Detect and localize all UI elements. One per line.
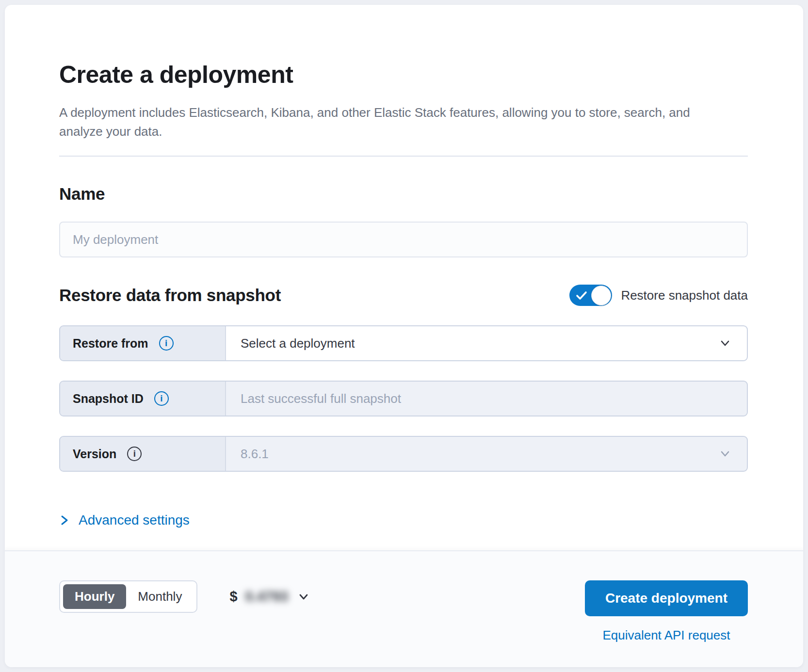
- version-row: Version i 8.6.1: [59, 436, 748, 472]
- restore-from-label-cell: Restore from i: [60, 326, 225, 360]
- submit-cluster: Create deployment Equivalent API request: [585, 580, 748, 643]
- restore-from-select[interactable]: Select a deployment: [225, 326, 747, 360]
- chevron-down-icon: [718, 336, 732, 351]
- monthly-button[interactable]: Monthly: [126, 584, 194, 609]
- snapshot-id-row: Snapshot ID i Last successful full snaps…: [59, 381, 748, 416]
- restore-section-heading: Restore data from snapshot: [59, 285, 281, 305]
- deployment-name-input[interactable]: [59, 222, 748, 257]
- price-currency: $: [229, 589, 237, 605]
- toggle-knob: [591, 286, 611, 305]
- snapshot-id-label-cell: Snapshot ID i: [60, 382, 225, 416]
- info-icon[interactable]: i: [127, 447, 142, 461]
- create-deployment-panel: Create a deployment A deployment include…: [5, 5, 803, 667]
- page-subtitle: A deployment includes Elasticsearch, Kib…: [59, 103, 699, 141]
- version-label: Version: [73, 447, 116, 461]
- snapshot-id-label: Snapshot ID: [73, 392, 144, 406]
- advanced-settings-link[interactable]: Advanced settings: [59, 512, 190, 528]
- price-amount-masked: 0.4793: [245, 589, 289, 605]
- version-label-cell: Version i: [60, 437, 225, 471]
- billing-cluster: Hourly Monthly $ 0.4793: [59, 580, 311, 613]
- name-section-heading: Name: [59, 184, 748, 204]
- chevron-down-icon: [296, 589, 311, 605]
- info-icon[interactable]: i: [154, 391, 169, 406]
- snapshot-id-value: Last successful full snapshot: [241, 391, 401, 406]
- version-value: 8.6.1: [241, 447, 269, 462]
- chevron-down-icon: [718, 447, 732, 461]
- header-divider: [59, 156, 748, 157]
- advanced-settings-label: Advanced settings: [79, 512, 190, 528]
- restore-from-label: Restore from: [73, 336, 148, 351]
- info-icon[interactable]: i: [159, 336, 174, 351]
- create-deployment-button[interactable]: Create deployment: [585, 580, 748, 616]
- check-icon: [576, 290, 587, 301]
- hourly-button[interactable]: Hourly: [63, 584, 126, 609]
- snapshot-id-field: Last successful full snapshot: [225, 382, 747, 416]
- restore-snapshot-toggle[interactable]: [569, 285, 612, 306]
- billing-period-group: Hourly Monthly: [59, 580, 197, 613]
- restore-toggle-label: Restore snapshot data: [621, 288, 748, 303]
- restore-from-value: Select a deployment: [241, 336, 355, 351]
- price-dropdown[interactable]: $ 0.4793: [229, 589, 311, 605]
- page-title: Create a deployment: [59, 61, 748, 89]
- chevron-right-icon: [59, 513, 70, 527]
- bottom-bar: Hourly Monthly $ 0.4793 Create deploymen…: [5, 550, 803, 667]
- equivalent-api-request-link[interactable]: Equivalent API request: [602, 628, 730, 643]
- version-select: 8.6.1: [225, 437, 747, 471]
- restore-toggle-group: Restore snapshot data: [569, 285, 748, 306]
- main-content: Create a deployment A deployment include…: [5, 5, 803, 550]
- restore-from-row: Restore from i Select a deployment: [59, 325, 748, 361]
- restore-section-header: Restore data from snapshot Restore snaps…: [59, 285, 748, 306]
